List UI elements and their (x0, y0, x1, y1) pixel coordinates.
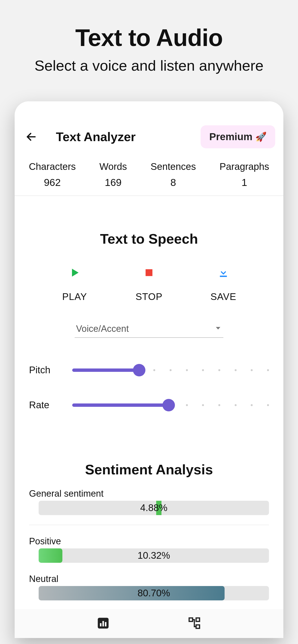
play-label: PLAY (60, 291, 89, 302)
stat-label: Words (99, 161, 127, 172)
nav-stats-button[interactable] (97, 617, 110, 630)
positive-label: Positive (29, 536, 269, 546)
stat-label: Characters (29, 161, 76, 172)
svg-rect-2 (146, 269, 153, 276)
sentiment-title: Sentiment Analysis (29, 462, 269, 478)
svg-marker-1 (72, 268, 79, 276)
page-title: Text Analyzer (56, 130, 135, 144)
voice-label: Voice/Accent (76, 324, 129, 334)
tts-title: Text to Speech (15, 231, 283, 247)
save-label: SAVE (209, 291, 238, 302)
svg-rect-9 (189, 618, 193, 622)
neutral-value: 80.70% (39, 586, 269, 600)
play-button[interactable]: PLAY (60, 266, 89, 302)
stat-paragraphs: Paragraphs 1 (220, 161, 269, 188)
positive-bar: 10.32% (39, 548, 269, 563)
premium-label: Premium (209, 131, 252, 142)
pitch-label: Pitch (29, 365, 72, 376)
nav-structure-button[interactable] (187, 616, 201, 631)
svg-rect-6 (100, 623, 101, 626)
stat-value: 169 (99, 177, 127, 188)
play-icon (69, 268, 80, 278)
stat-value: 1 (220, 177, 269, 188)
app-screen: Text Analyzer Premium 🚀 Characters 962 W… (15, 101, 283, 638)
svg-rect-10 (196, 618, 200, 622)
back-button[interactable] (25, 130, 38, 143)
stat-value: 962 (29, 177, 76, 188)
svg-rect-3 (220, 276, 227, 277)
rocket-icon: 🚀 (255, 132, 266, 142)
pitch-slider[interactable] (72, 365, 269, 375)
rate-label: Rate (29, 400, 72, 410)
stop-label: STOP (135, 291, 163, 302)
hero-title: Text to Audio (0, 24, 298, 52)
tree-icon (187, 616, 201, 630)
stat-value: 8 (151, 177, 196, 188)
slider-thumb[interactable] (163, 399, 175, 411)
neutral-bar: 80.70% (39, 586, 269, 600)
neutral-label: Neutral (29, 574, 269, 584)
stat-label: Paragraphs (220, 161, 269, 172)
stats-row: Characters 962 Words 169 Sentences 8 Par… (15, 160, 283, 196)
arrow-left-icon (26, 131, 37, 142)
stat-words: Words 169 (99, 161, 127, 188)
svg-rect-7 (102, 621, 104, 626)
general-sentiment-label: General sentiment (29, 488, 269, 499)
stat-characters: Characters 962 (29, 161, 76, 188)
stop-icon (144, 268, 154, 277)
premium-button[interactable]: Premium 🚀 (201, 125, 275, 148)
chevron-down-icon (214, 324, 222, 333)
bar-chart-icon (97, 617, 110, 630)
slider-thumb[interactable] (133, 364, 145, 376)
voice-select[interactable]: Voice/Accent (75, 324, 223, 338)
stop-button[interactable]: STOP (135, 266, 163, 302)
positive-value: 10.32% (39, 548, 269, 563)
hero-subtitle: Select a voice and listen anywhere (0, 56, 298, 75)
stat-label: Sentences (151, 161, 196, 172)
general-sentiment-bar: 4.88% (39, 501, 269, 515)
general-sentiment-value: 4.88% (39, 501, 269, 515)
save-button[interactable]: SAVE (209, 266, 238, 302)
stat-sentences: Sentences 8 (151, 161, 196, 188)
rate-slider[interactable] (72, 400, 269, 410)
svg-rect-8 (105, 622, 106, 626)
svg-marker-4 (216, 327, 221, 330)
svg-rect-11 (196, 625, 200, 628)
download-icon (217, 267, 229, 279)
